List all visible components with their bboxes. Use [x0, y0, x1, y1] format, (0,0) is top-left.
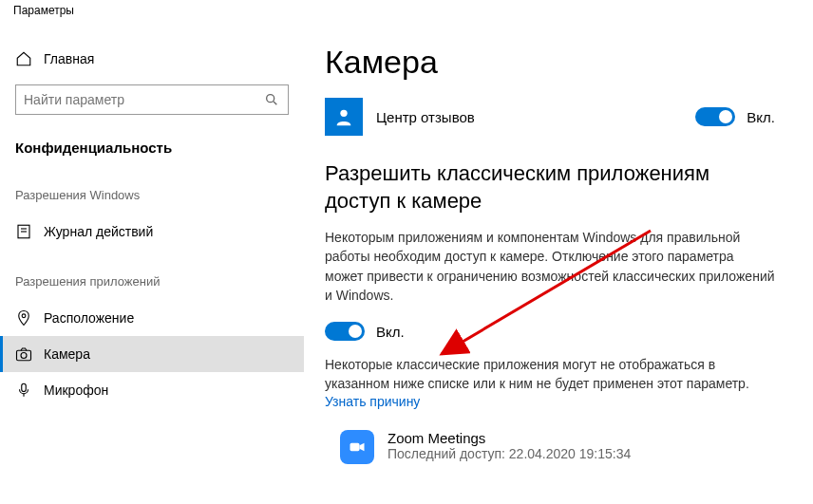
- app-feedback-label: Центр отзывов: [376, 109, 682, 125]
- svg-point-10: [340, 110, 347, 117]
- svg-point-7: [21, 353, 27, 359]
- classic-desc: Некоторым приложениям и компонентам Wind…: [325, 228, 775, 305]
- app-feedback-row: Центр отзывов Вкл.: [325, 98, 775, 136]
- nav-activity[interactable]: Журнал действий: [0, 214, 304, 250]
- sidebar: Главная Конфиденциальность Разрешения Wi…: [0, 27, 304, 504]
- classic-toggle-label: Вкл.: [376, 324, 405, 340]
- learn-more-link[interactable]: Узнать причину: [325, 394, 775, 409]
- classic-heading: Разрешить классическим приложениям досту…: [325, 160, 775, 215]
- window-title: Параметры: [0, 0, 813, 27]
- classic-note: Некоторые классические приложения могут …: [325, 356, 775, 393]
- feedback-app-icon: [325, 98, 363, 136]
- nav-camera[interactable]: Камера: [0, 336, 304, 372]
- zoom-row: Zoom Meetings Последний доступ: 22.04.20…: [340, 430, 775, 464]
- page-title: Камера: [325, 44, 775, 81]
- search-icon: [263, 91, 280, 108]
- svg-rect-8: [22, 383, 27, 391]
- zoom-last-access: Последний доступ: 22.04.2020 19:15:34: [388, 446, 631, 461]
- nav-home[interactable]: Главная: [0, 41, 304, 77]
- app-feedback-toggle[interactable]: [695, 107, 735, 126]
- main-panel: Камера Центр отзывов Вкл. Разрешить клас…: [304, 27, 813, 504]
- search-container: [0, 84, 304, 115]
- nav-activity-label: Журнал действий: [44, 224, 153, 239]
- search-box[interactable]: [15, 84, 289, 115]
- section-windows: Разрешения Windows: [0, 188, 304, 202]
- zoom-text: Zoom Meetings Последний доступ: 22.04.20…: [388, 430, 631, 461]
- nav-location-label: Расположение: [44, 310, 134, 326]
- svg-rect-6: [17, 350, 31, 361]
- section-apps: Разрешения приложений: [0, 274, 304, 289]
- classic-toggle-wrap: Вкл.: [325, 322, 775, 341]
- content: Главная Конфиденциальность Разрешения Wi…: [0, 27, 813, 504]
- classic-toggle[interactable]: [325, 322, 365, 341]
- svg-line-1: [274, 102, 276, 104]
- app-feedback-toggle-wrap: Вкл.: [695, 107, 775, 126]
- nav-microphone-label: Микрофон: [44, 383, 108, 398]
- zoom-app-icon: [340, 430, 374, 464]
- app-feedback-toggle-label: Вкл.: [747, 109, 775, 125]
- home-icon: [15, 50, 32, 67]
- activity-icon: [15, 223, 32, 240]
- svg-rect-11: [350, 442, 360, 450]
- camera-icon: [15, 345, 32, 363]
- svg-point-5: [22, 314, 26, 318]
- zoom-name: Zoom Meetings: [388, 430, 631, 446]
- nav-privacy: Конфиденциальность: [0, 132, 304, 163]
- nav-microphone[interactable]: Микрофон: [0, 372, 304, 408]
- microphone-icon: [15, 382, 32, 399]
- search-input[interactable]: [24, 92, 263, 107]
- nav-location[interactable]: Расположение: [0, 300, 304, 336]
- svg-point-0: [267, 95, 274, 103]
- nav-home-label: Главная: [44, 51, 94, 66]
- nav-camera-label: Камера: [44, 346, 90, 362]
- location-icon: [15, 309, 32, 327]
